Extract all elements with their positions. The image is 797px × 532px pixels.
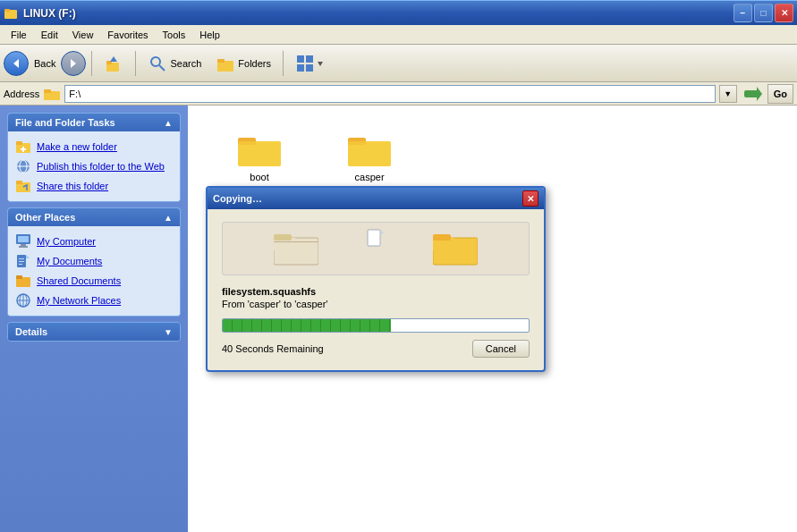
dest-folder-icon [433,229,478,268]
search-button[interactable]: Search [141,48,208,79]
folder-boot[interactable]: boot [224,132,295,182]
right-content: boot casper Copying… ✕ [188,106,797,532]
folder-casper-label: casper [355,172,385,182]
folders-button[interactable]: Folders [209,48,277,79]
copy-dialog: Copying… ✕ [206,186,546,372]
svg-rect-14 [297,55,304,63]
folder-casper-icon [348,132,391,168]
back-label: Back [30,58,59,69]
progress-bar-container [222,318,530,333]
my-documents-link[interactable]: My Documents [12,251,176,271]
svg-rect-38 [19,246,28,248]
search-icon-toolbar [148,54,167,73]
other-places-header[interactable]: Other Places ▲ [8,208,180,226]
toolbar-separator-3 [283,51,284,76]
menu-edit[interactable]: Edit [34,28,65,42]
svg-rect-16 [297,64,304,72]
svg-rect-68 [433,234,451,241]
svg-rect-42 [19,258,24,259]
svg-rect-44 [19,264,22,265]
back-icon [10,57,22,70]
menu-view[interactable]: View [65,28,101,42]
folders-label: Folders [238,58,271,69]
back-button[interactable] [4,51,29,76]
new-folder-link[interactable]: Make a new folder [12,137,176,156]
details-title: Details [15,326,47,337]
title-left: LINUX (F:) [4,6,76,21]
file-tasks-body: Make a new folder Publish this folder to… [8,131,180,201]
svg-point-9 [151,57,160,66]
go-label[interactable]: Go [767,84,793,104]
up-button[interactable] [98,48,130,79]
my-documents-label: My Documents [37,254,102,269]
publish-icon [15,158,31,174]
svg-rect-17 [306,64,313,72]
new-folder-label: Make a new folder [37,139,117,155]
svg-rect-22 [744,90,759,97]
folder-casper[interactable]: casper [334,132,405,182]
folders-icon [216,54,235,73]
dialog-footer: 40 Seconds Remaining Cancel [222,340,530,358]
menu-bar: File Edit View Favorites Tools Help [0,25,797,45]
svg-rect-62 [274,234,292,241]
svg-marker-23 [757,87,762,101]
file-tasks-section: File and Folder Tasks ▲ Make a new folde… [7,113,181,202]
folder-boot-label: boot [250,172,268,182]
publish-folder-link[interactable]: Publish this folder to the Web [12,156,176,176]
menu-file[interactable]: File [4,28,34,42]
svg-marker-18 [318,62,323,66]
toolbar-separator-1 [91,51,92,76]
other-places-body: My Computer My Documents [8,226,180,316]
svg-rect-36 [18,236,29,242]
window-title: LINUX (F:) [23,7,76,20]
shared-documents-icon [15,273,31,289]
view-button[interactable] [289,48,331,79]
folder-boot-icon [238,132,281,168]
svg-rect-47 [16,275,22,279]
address-folder-icon [43,87,61,101]
network-places-link[interactable]: My Network Places [12,291,176,310]
my-computer-label: My Computer [37,234,96,249]
forward-button[interactable] [61,51,86,76]
other-places-arrow: ▲ [164,213,173,223]
computer-icon [15,233,31,249]
svg-rect-34 [16,181,22,184]
dialog-filename: filesystem.squashfs [222,286,530,297]
svg-rect-13 [217,59,225,63]
svg-marker-65 [380,230,384,233]
menu-favorites[interactable]: Favorites [100,28,155,42]
share-icon [15,178,31,194]
address-go-arrow-icon [742,83,764,105]
address-dropdown-button[interactable]: ▼ [719,85,737,103]
forward-icon [67,57,80,70]
publish-folder-label: Publish this folder to the Web [37,160,165,173]
maximize-button[interactable]: □ [754,4,773,22]
menu-tools[interactable]: Tools [156,28,193,42]
svg-rect-37 [21,244,26,246]
address-bar: Address ▼ Go [0,82,797,106]
file-tasks-header[interactable]: File and Folder Tasks ▲ [8,114,180,131]
search-label: Search [170,58,201,69]
share-folder-link[interactable]: Share this folder [12,176,176,196]
new-folder-icon [15,139,31,155]
cancel-button[interactable]: Cancel [472,340,530,358]
shared-documents-link[interactable]: Shared Documents [12,271,176,291]
toolbar: Back Search Folders [0,45,797,82]
address-input[interactable] [64,85,715,103]
svg-rect-64 [368,230,380,246]
window-icon [4,6,18,21]
menu-help[interactable]: Help [192,28,227,42]
close-button[interactable]: ✕ [775,4,793,22]
svg-rect-21 [44,89,51,93]
my-computer-link[interactable]: My Computer [12,232,176,251]
title-bar: LINUX (F:) − □ ✕ [0,0,797,25]
dialog-from-to: From 'casper' to 'casper' [222,299,530,309]
details-header[interactable]: Details ▼ [8,323,180,341]
svg-rect-63 [274,241,318,242]
view-icon [295,54,315,73]
other-places-section: Other Places ▲ My Computer [7,207,181,317]
minimize-button[interactable]: − [733,4,752,22]
file-tasks-title: File and Folder Tasks [15,117,115,128]
copy-animation [222,222,530,275]
dialog-close-button[interactable]: ✕ [522,190,538,207]
